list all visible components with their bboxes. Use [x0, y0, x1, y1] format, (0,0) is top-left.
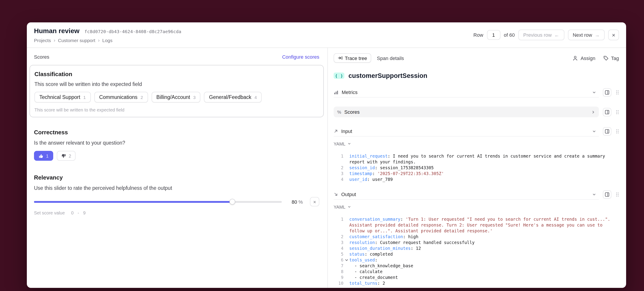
- input-code-block: 1initial_request: I need you to search f…: [334, 153, 619, 182]
- thumbs-up-icon: [38, 153, 44, 158]
- scores-panel-title: Scores: [34, 54, 50, 60]
- input-drag-handle-icon[interactable]: [616, 129, 619, 134]
- tag-icon: [604, 55, 609, 61]
- metrics-header[interactable]: Metrics: [334, 87, 599, 98]
- app-background: Human review fc8d0720-db43-4624-8408-d8c…: [0, 0, 644, 291]
- tag-label: Tag: [611, 55, 619, 61]
- line-number: 7: [334, 263, 344, 269]
- trace-tree-label: Trace tree: [345, 55, 367, 61]
- breadcrumb-projects[interactable]: Projects: [34, 38, 51, 43]
- input-panel-layout-button[interactable]: [603, 127, 611, 136]
- trace-tree-icon: [338, 56, 342, 61]
- code-content: session_id: session_1753828543305: [349, 165, 619, 171]
- span-title-row: ( ) customerSupportSession: [334, 72, 619, 80]
- breadcrumb: Projects › Customer support › Logs: [34, 38, 181, 43]
- scores-drag-handle-icon[interactable]: [616, 109, 619, 114]
- close-icon: ×: [612, 32, 615, 38]
- classification-footnote: This score will be written to the expect…: [34, 107, 319, 112]
- previous-row-label: Previous row: [523, 32, 552, 38]
- slider-value: 80%: [292, 199, 303, 204]
- output-panel-layout-button[interactable]: [603, 190, 611, 199]
- relevancy-slider[interactable]: [34, 201, 282, 203]
- slider-handle[interactable]: [230, 199, 236, 205]
- panel-columns-icon: [605, 90, 610, 95]
- code-content: session_duration_minutes: 12: [349, 245, 619, 251]
- input-header[interactable]: Input: [334, 126, 599, 137]
- metrics-label: Metrics: [342, 90, 358, 95]
- output-header[interactable]: Output: [334, 189, 599, 200]
- collapse-spacer: [344, 245, 349, 251]
- row-total: of 60: [504, 32, 515, 38]
- slider-unit: %: [298, 199, 303, 204]
- arrow-down-right-icon: [334, 192, 338, 196]
- classification-option[interactable]: Communications2: [94, 92, 148, 103]
- line-number: 3: [334, 239, 344, 245]
- classification-option[interactable]: General/Feedback4: [204, 92, 262, 103]
- collapse-spacer: [344, 153, 349, 165]
- dialog-header: Human review fc8d0720-db43-4624-8408-d8c…: [27, 22, 626, 48]
- tag-button[interactable]: Tag: [604, 55, 619, 61]
- thumbs-up-button[interactable]: 1: [34, 151, 53, 161]
- collapse-spacer: [344, 263, 349, 269]
- classification-option[interactable]: Technical Support1: [34, 92, 90, 103]
- page-title: Human review: [34, 27, 80, 35]
- header-left: Human review fc8d0720-db43-4624-8408-d8c…: [34, 27, 181, 43]
- assign-button[interactable]: Assign: [573, 55, 595, 61]
- correctness-title: Correctness: [34, 129, 319, 136]
- code-content: status: completed: [349, 251, 619, 257]
- code-content: total_turns: 2: [349, 280, 619, 286]
- code-content: tools_used:: [349, 257, 619, 263]
- row-number-input[interactable]: [487, 30, 500, 40]
- collapse-spacer: [344, 239, 349, 245]
- previous-row-button[interactable]: Previous row ←: [518, 30, 564, 40]
- scores-panel: Scores Configure scores Classification T…: [27, 48, 327, 288]
- breadcrumb-customer-support[interactable]: Customer support: [58, 38, 95, 43]
- configure-scores-link[interactable]: Configure scores: [282, 54, 319, 60]
- panel-columns-icon: [605, 192, 610, 197]
- metrics-panel-layout-button[interactable]: [603, 88, 611, 97]
- collapse-spacer: [344, 274, 349, 280]
- percent-icon: %: [337, 109, 341, 114]
- option-label: Communications: [99, 95, 137, 100]
- classification-title: Classification: [34, 71, 319, 78]
- line-number: 10: [334, 280, 344, 286]
- relevancy-description: Use this slider to rate the perceived he…: [34, 185, 319, 191]
- clear-score-button[interactable]: ×: [310, 197, 319, 206]
- close-button[interactable]: ×: [608, 30, 619, 40]
- code-line: 10total_turns: 2: [334, 280, 619, 286]
- scores-header[interactable]: % Scores: [334, 107, 599, 117]
- next-row-label: Next row: [573, 32, 592, 38]
- slider-min: 0: [71, 210, 74, 215]
- classification-score-card: Classification This score will be writte…: [30, 65, 324, 117]
- classification-option[interactable]: Billing/Account3: [152, 92, 200, 103]
- collapse-spacer: [344, 165, 349, 171]
- output-format-select[interactable]: YAML: [334, 204, 351, 210]
- tab-span-details[interactable]: Span details: [377, 55, 404, 61]
- scores-panel-layout-button[interactable]: [603, 108, 611, 116]
- slider-hint: Set score value 0 - 9: [34, 210, 319, 215]
- code-line: 7 - search_knowledge_base: [334, 263, 619, 269]
- next-row-button[interactable]: Next row →: [568, 30, 605, 40]
- chevron-down-icon[interactable]: [592, 90, 596, 94]
- collapse-spacer: [344, 251, 349, 257]
- tab-trace-tree[interactable]: Trace tree: [334, 53, 371, 63]
- chevron-down-icon[interactable]: [592, 129, 596, 133]
- slider-fill: [34, 201, 232, 203]
- metrics-drag-handle-icon[interactable]: [616, 90, 619, 95]
- collapse-spacer: [344, 216, 349, 234]
- right-arrow-icon: →: [595, 32, 600, 38]
- collapse-toggle-icon[interactable]: [344, 257, 349, 263]
- input-label: Input: [341, 129, 352, 134]
- thumbs-down-button[interactable]: 2: [56, 151, 76, 161]
- breadcrumb-logs[interactable]: Logs: [102, 38, 112, 43]
- collapse-spacer: [344, 234, 349, 239]
- input-format-select[interactable]: YAML: [334, 141, 351, 147]
- slider-max: 9: [83, 210, 86, 215]
- span-type-icon: ( ): [334, 73, 344, 79]
- breadcrumb-separator-icon: ›: [98, 38, 100, 43]
- chevron-down-icon[interactable]: [592, 192, 596, 196]
- line-number: 4: [334, 176, 344, 182]
- output-drag-handle-icon[interactable]: [616, 192, 619, 197]
- chevron-right-icon[interactable]: [591, 110, 595, 114]
- chevron-down-icon: [347, 142, 351, 146]
